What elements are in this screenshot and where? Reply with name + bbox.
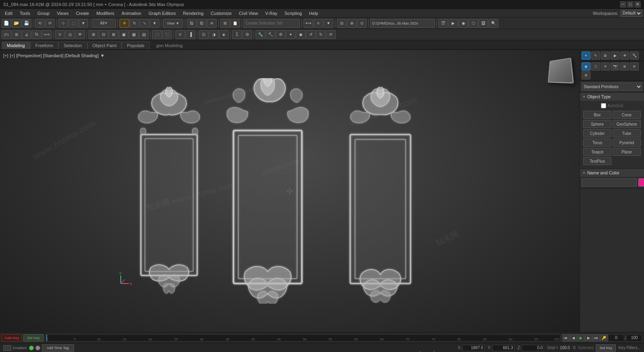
- menu-create[interactable]: Create: [72, 10, 92, 17]
- snap-toggle[interactable]: ⊞: [12, 30, 21, 39]
- close-button[interactable]: ✕: [634, 1, 641, 8]
- btn-cylinder[interactable]: Cylinder: [583, 129, 611, 137]
- path-input[interactable]: [370, 19, 435, 28]
- link-button[interactable]: ⛓: [187, 19, 196, 28]
- workspace-select[interactable]: Default: [621, 10, 642, 17]
- btn-pyramid[interactable]: Pyramid: [613, 139, 641, 147]
- select-region-type[interactable]: ▼: [78, 19, 88, 28]
- viewport-layout2[interactable]: ⊟: [99, 30, 108, 39]
- btn-torus[interactable]: Torus: [583, 139, 611, 147]
- panel-display-tab[interactable]: 👁: [620, 52, 629, 60]
- bind-space-warp[interactable]: ≋: [207, 19, 217, 28]
- panel-create-tab[interactable]: ✦: [582, 52, 590, 60]
- viewport-plus-icon[interactable]: [+]: [3, 53, 8, 58]
- y-input[interactable]: [492, 345, 514, 351]
- undo-button[interactable]: ⟲: [35, 19, 45, 28]
- transparency[interactable]: ◈: [219, 30, 229, 39]
- layer-manager[interactable]: ⊟: [337, 19, 347, 28]
- edit-named-selections[interactable]: ≡: [55, 30, 65, 39]
- menu-tools[interactable]: Tools: [17, 10, 33, 17]
- btn-tube[interactable]: Tube: [613, 129, 641, 137]
- select-filter-dropdown[interactable]: All▼: [92, 19, 116, 28]
- viewport-layout3[interactable]: ⊠: [109, 30, 118, 39]
- tab-selection[interactable]: Selection: [58, 41, 87, 49]
- polygon-counter[interactable]: Σ: [232, 30, 242, 39]
- auto-key-button[interactable]: Auto Key: [2, 334, 22, 342]
- navigation-cube[interactable]: [543, 54, 576, 86]
- menu-animation[interactable]: Animation: [118, 10, 144, 17]
- menu-modifiers[interactable]: Modifiers: [93, 10, 118, 17]
- subcategory-helpers[interactable]: ⊕: [620, 62, 629, 70]
- menu-views[interactable]: Views: [54, 10, 72, 17]
- panel-modify-tab[interactable]: ✎: [591, 52, 600, 60]
- name-color-header[interactable]: ▼ Name and Color: [580, 169, 644, 177]
- menu-civil-view[interactable]: Civil View: [236, 10, 261, 17]
- panel-motion-tab[interactable]: ▶: [611, 52, 619, 60]
- viewport-filter-icon[interactable]: ▼: [100, 53, 105, 58]
- tools2[interactable]: 🔨: [266, 30, 275, 39]
- btn-sphere[interactable]: Sphere: [583, 120, 611, 128]
- mirror-button[interactable]: ⟷: [303, 19, 313, 28]
- render-frame[interactable]: 🖼: [479, 19, 488, 28]
- key-mode-button[interactable]: 🔑: [601, 334, 608, 342]
- scale-type[interactable]: ▼: [150, 19, 159, 28]
- set-key-button[interactable]: Set Key: [23, 334, 43, 342]
- named-selection-input[interactable]: [244, 19, 300, 28]
- set-key-btn2[interactable]: Set Key: [596, 344, 616, 352]
- subcategory-geometry[interactable]: ◉: [582, 62, 590, 70]
- scale-button[interactable]: ⤡: [140, 19, 149, 28]
- menu-customize[interactable]: Customize: [208, 10, 235, 17]
- select-region-button[interactable]: ⬚: [68, 19, 78, 28]
- snap-2d[interactable]: 2½: [2, 30, 11, 39]
- properties[interactable]: ⚙: [242, 30, 252, 39]
- viewport-layout6[interactable]: ▤: [139, 30, 149, 39]
- current-frame-input[interactable]: [608, 334, 624, 342]
- panel-hierarchy-tab[interactable]: ⊞: [601, 52, 610, 60]
- align-button[interactable]: ≡: [314, 19, 323, 28]
- toggle-scene[interactable]: ⊙: [357, 19, 367, 28]
- autogrid-checkbox[interactable]: [601, 103, 606, 108]
- menu-edit[interactable]: Edit: [2, 10, 16, 17]
- render-setup[interactable]: 🎬: [438, 19, 448, 28]
- viewport-layout[interactable]: ⊞: [89, 30, 98, 39]
- menu-graph-editors[interactable]: Graph Editors: [145, 10, 179, 17]
- panel-utilities-tab[interactable]: 🔧: [630, 52, 639, 60]
- btn-teapot[interactable]: Teapot: [583, 148, 611, 156]
- select-by-name[interactable]: 📋: [230, 19, 240, 28]
- scene-states[interactable]: ⊕: [347, 19, 357, 28]
- tools5[interactable]: ◉: [296, 30, 305, 39]
- viewport[interactable]: www.znzmo.com 知末网 www.znzmo.com www.znzm…: [0, 50, 580, 332]
- viewport-shading[interactable]: ◑: [209, 30, 219, 39]
- btn-geosphere[interactable]: GeoSphere: [613, 120, 641, 128]
- menu-vray[interactable]: V-Ray: [262, 10, 281, 17]
- btn-cone[interactable]: Cone: [613, 111, 641, 119]
- isolate-sel[interactable]: ◎: [65, 30, 75, 39]
- unlink-button[interactable]: ⛓: [197, 19, 206, 28]
- add-time-tag-button[interactable]: Add Time Tag: [42, 344, 74, 352]
- prev-frame-button[interactable]: ◀: [570, 334, 577, 342]
- next-frame-button[interactable]: ▶: [585, 334, 592, 342]
- tools6[interactable]: ↺: [306, 30, 316, 39]
- percent-snap[interactable]: %: [32, 30, 41, 39]
- viewport-layout5[interactable]: ▦: [129, 30, 138, 39]
- subcategory-spacewarps[interactable]: ≋: [630, 62, 639, 70]
- tools1[interactable]: 🔧: [256, 30, 265, 39]
- btn-textplus[interactable]: TextPlus: [583, 157, 611, 165]
- timeline[interactable]: 0 5 10 15 20 25 30 35 40 45 50 55 60 65 …: [45, 334, 561, 342]
- z-input[interactable]: [522, 345, 544, 351]
- tools7[interactable]: ↻: [316, 30, 326, 39]
- new-button[interactable]: 📄: [2, 19, 11, 28]
- activeshade[interactable]: ◉: [458, 19, 468, 28]
- menu-group[interactable]: Group: [34, 10, 53, 17]
- command-panel[interactable]: ▐: [186, 30, 195, 39]
- color-swatch[interactable]: [638, 178, 644, 186]
- select-button[interactable]: ⊹: [58, 19, 68, 28]
- move-button[interactable]: ✛: [120, 19, 129, 28]
- end-frame-input[interactable]: [626, 334, 642, 342]
- x-input[interactable]: [462, 345, 485, 351]
- angle-snap[interactable]: ∡: [22, 30, 31, 39]
- menu-scripting[interactable]: Scripting: [281, 10, 305, 17]
- select-obj-button[interactable]: ⊞: [220, 19, 230, 28]
- ref-coord-button[interactable]: View ▼: [163, 19, 183, 28]
- redo-button[interactable]: ⟳: [45, 19, 55, 28]
